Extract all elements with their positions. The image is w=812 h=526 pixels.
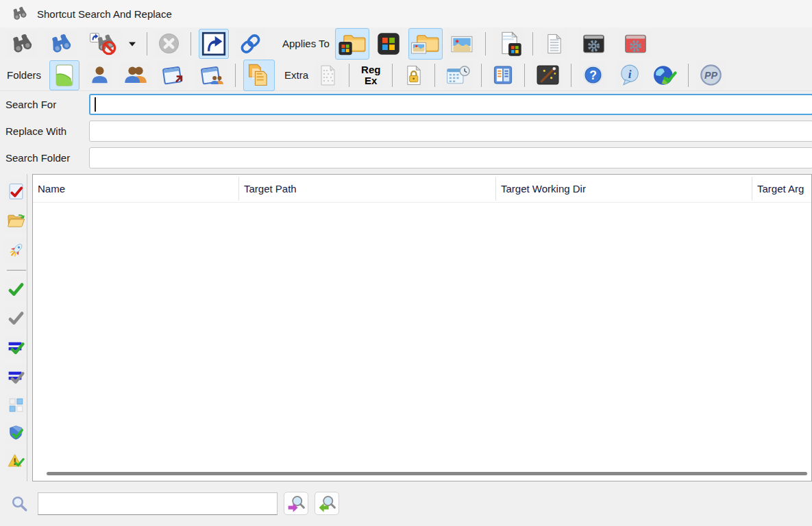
sidebar-separator bbox=[7, 270, 26, 271]
toolbar-separator bbox=[571, 64, 571, 87]
lock-file-button[interactable] bbox=[400, 61, 427, 90]
person-icon bbox=[89, 64, 110, 86]
invert-squares-icon bbox=[8, 397, 24, 413]
search-all-button[interactable] bbox=[45, 29, 77, 58]
toolbar-main: Applies To bbox=[0, 27, 812, 60]
action-sidebar bbox=[0, 174, 32, 481]
search-button[interactable] bbox=[7, 29, 37, 58]
website-check-button[interactable] bbox=[650, 61, 680, 90]
toolbar-separator bbox=[190, 32, 191, 55]
target-folder-image-toggle[interactable] bbox=[408, 28, 443, 60]
text-cursor bbox=[95, 97, 96, 112]
rocket-icon bbox=[7, 241, 25, 260]
applies-link-toggle[interactable] bbox=[235, 29, 266, 59]
search-no-execute-button[interactable] bbox=[85, 29, 122, 59]
info-icon: i bbox=[618, 64, 641, 87]
uncheck-all-button[interactable] bbox=[5, 365, 28, 388]
search-for-label: Search For bbox=[0, 99, 89, 110]
dotted-file-icon bbox=[317, 64, 339, 87]
people-icon bbox=[122, 64, 149, 86]
console-button[interactable] bbox=[578, 29, 609, 58]
globe-check-icon bbox=[653, 64, 678, 87]
folders-label: Folders bbox=[7, 69, 41, 81]
search-options-dropdown[interactable] bbox=[125, 38, 139, 49]
toolbar-separator bbox=[147, 32, 147, 55]
warning-check-icon bbox=[8, 453, 25, 469]
report-view-button[interactable] bbox=[489, 62, 517, 88]
folder-image-icon bbox=[411, 31, 440, 57]
document-windows-icon bbox=[496, 31, 522, 57]
console-error-button[interactable] bbox=[620, 29, 651, 58]
column-divider[interactable] bbox=[752, 177, 752, 201]
target-image-toggle[interactable] bbox=[446, 29, 478, 58]
all-users-desktop-button[interactable] bbox=[194, 60, 227, 90]
donate-button[interactable]: PP bbox=[696, 60, 726, 90]
svg-text:PP: PP bbox=[704, 70, 717, 81]
svg-text:i: i bbox=[628, 68, 632, 81]
toolbar-separator bbox=[481, 64, 482, 87]
log-document-button[interactable] bbox=[541, 29, 567, 58]
results-table: Name Target Path Target Working Dir Targ… bbox=[32, 174, 812, 481]
warnings-button[interactable] bbox=[5, 450, 27, 472]
run-button[interactable] bbox=[4, 238, 28, 262]
stacked-folders-icon bbox=[246, 62, 272, 88]
search-for-input[interactable] bbox=[89, 94, 812, 115]
date-filter-button[interactable] bbox=[443, 61, 473, 90]
list-report-icon bbox=[492, 64, 514, 86]
calendar-clock-icon bbox=[445, 64, 471, 87]
magic-wand-icon bbox=[535, 64, 561, 86]
find-previous-button[interactable] bbox=[315, 492, 339, 515]
folder-windows-icon bbox=[338, 31, 367, 57]
desktop-button[interactable] bbox=[157, 60, 188, 90]
image-icon bbox=[449, 32, 475, 55]
binoculars-blue-icon bbox=[48, 32, 74, 55]
windows-logo-icon bbox=[376, 32, 401, 56]
all-users-button[interactable] bbox=[119, 62, 152, 88]
open-folder-button[interactable] bbox=[4, 210, 28, 232]
export-document-button[interactable] bbox=[493, 28, 525, 60]
applies-shortcut-toggle[interactable] bbox=[199, 29, 229, 59]
verify-button[interactable] bbox=[5, 422, 27, 444]
applies-to-label: Applies To bbox=[282, 38, 330, 49]
paypal-icon: PP bbox=[699, 63, 723, 87]
user-profile-button[interactable] bbox=[86, 62, 113, 88]
invert-selection-button[interactable] bbox=[5, 394, 27, 416]
replace-with-input[interactable] bbox=[89, 121, 812, 142]
regex-button[interactable]: Reg Ex bbox=[358, 62, 383, 89]
column-header-name[interactable]: Name bbox=[38, 175, 65, 202]
quick-find-input[interactable] bbox=[38, 492, 278, 515]
cancel-button[interactable] bbox=[155, 29, 183, 58]
column-divider[interactable] bbox=[495, 177, 496, 201]
question-icon: ? bbox=[582, 64, 604, 86]
main-area: Name Target Path Target Working Dir Targ… bbox=[0, 174, 812, 481]
open-folder-icon bbox=[7, 212, 25, 229]
select-report-button[interactable] bbox=[5, 179, 27, 203]
toolbar-separator bbox=[485, 32, 486, 55]
svg-text:?: ? bbox=[590, 68, 598, 82]
search-form: Search For Replace With Search Folder bbox=[0, 91, 812, 168]
gray-check-icon bbox=[8, 310, 25, 327]
folder-new-toggle[interactable] bbox=[49, 60, 79, 90]
find-next-button[interactable] bbox=[284, 492, 308, 515]
column-header-target-path[interactable]: Target Path bbox=[244, 175, 297, 202]
column-divider[interactable] bbox=[238, 177, 239, 201]
column-header-target-arguments[interactable]: Target Arg bbox=[757, 175, 804, 202]
search-folder-label: Search Folder bbox=[0, 152, 89, 164]
window-people-icon bbox=[197, 63, 225, 87]
check-all-button[interactable] bbox=[5, 336, 28, 359]
about-button[interactable]: i bbox=[615, 61, 644, 90]
search-folder-input[interactable] bbox=[89, 147, 812, 168]
magnifier-forward-icon bbox=[286, 494, 306, 513]
horizontal-scrollbar-thumb[interactable] bbox=[47, 472, 807, 475]
target-folder-windows-toggle[interactable] bbox=[335, 28, 369, 60]
check-list-gray-icon bbox=[8, 368, 25, 386]
wizard-button[interactable] bbox=[532, 61, 563, 89]
column-header-target-working-dir[interactable]: Target Working Dir bbox=[501, 175, 586, 202]
binary-file-button[interactable] bbox=[314, 61, 341, 90]
check-ok-button[interactable] bbox=[5, 278, 27, 301]
help-button[interactable]: ? bbox=[579, 61, 607, 89]
uncheck-button[interactable] bbox=[5, 307, 27, 329]
target-windows-app-toggle[interactable] bbox=[373, 29, 404, 59]
recurse-folders-toggle[interactable] bbox=[243, 60, 275, 91]
cancel-icon bbox=[158, 32, 180, 55]
